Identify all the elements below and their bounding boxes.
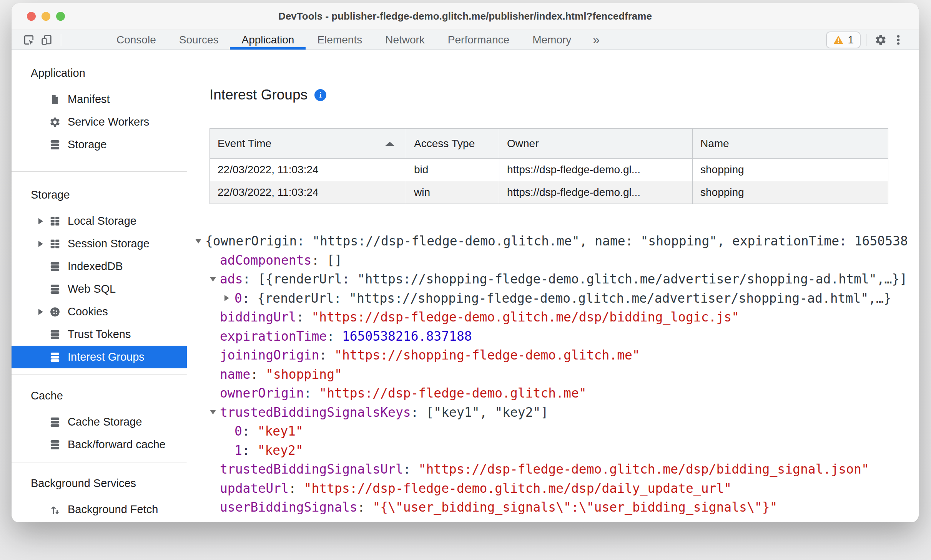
close-window-button[interactable]: [27, 12, 36, 21]
column-header-owner[interactable]: Owner: [499, 129, 693, 159]
column-header-access-type[interactable]: Access Type: [406, 129, 499, 159]
sidebar-item-cookies[interactable]: Cookies: [12, 300, 187, 323]
issues-badge[interactable]: 1: [826, 31, 861, 48]
sidebar-item-cache-storage[interactable]: Cache Storage: [12, 411, 187, 433]
device-toolbar-icon[interactable]: [38, 31, 55, 49]
more-tabs-icon[interactable]: »: [583, 33, 610, 47]
tree-row[interactable]: ownerOrigin: "https://dsp-fledge-demo.gl…: [187, 384, 919, 403]
tab-performance[interactable]: Performance: [436, 30, 521, 50]
table-row[interactable]: 22/03/2022, 11:03:24bidhttps://dsp-fledg…: [210, 159, 888, 181]
sidebar-section-title: Storage: [31, 189, 187, 201]
tree-plain: : [{renderUrl: "https://shopping-fledge-…: [243, 272, 908, 287]
tree-string: "https://dsp-fledge-demo.glitch.me": [319, 386, 586, 401]
interest-group-json-tree: {ownerOrigin: "https://dsp-fledge-demo.g…: [187, 232, 919, 517]
sidebar-section-background-services: Background ServicesBackground Fetch: [12, 462, 187, 522]
tree-key: trustedBiddingSignalsUrl: [220, 462, 403, 477]
sidebar-item-label: Web SQL: [68, 283, 116, 295]
tree-key: expirationTime: [220, 329, 327, 344]
tree-row[interactable]: 0: {renderUrl: "https://shopping-fledge-…: [187, 289, 919, 308]
tree-row[interactable]: ads: [{renderUrl: "https://shopping-fled…: [187, 270, 919, 289]
toolbar-separator: [61, 34, 61, 46]
expand-triangle-icon[interactable]: [38, 241, 48, 247]
tree-row[interactable]: 0: "key1": [187, 422, 919, 441]
sidebar-item-local-storage[interactable]: Local Storage: [12, 210, 187, 232]
inspect-element-icon[interactable]: [20, 31, 38, 49]
tree-key: userBiddingSignals: [220, 500, 357, 515]
tree-row[interactable]: userBiddingSignals: "{\"user_bidding_sig…: [187, 498, 919, 517]
tree-row[interactable]: name: "shopping": [187, 365, 919, 384]
table-cell: https://dsp-fledge-demo.gl...: [499, 159, 693, 181]
tree-key: ownerOrigin: [220, 386, 304, 401]
tree-string: "{\"user_bidding_signals\":\"user_biddin…: [372, 500, 777, 515]
collapse-triangle-icon[interactable]: [210, 277, 220, 282]
window-titlebar: DevTools - publisher-fledge-demo.glitch.…: [12, 3, 919, 30]
sidebar-item-service-workers[interactable]: Service Workers: [12, 111, 187, 133]
database-icon: [48, 328, 62, 341]
tree-key: name: [220, 367, 250, 382]
minimize-window-button[interactable]: [42, 12, 50, 21]
tree-row[interactable]: joiningOrigin: "https://shopping-fledge-…: [187, 346, 919, 365]
sidebar-section-title: Cache: [31, 389, 187, 402]
tree-row[interactable]: 1: "key2": [187, 441, 919, 460]
tree-plain: : {renderUrl: "https://shopping-fledge-d…: [242, 291, 891, 306]
sidebar-item-label: Interest Groups: [68, 351, 145, 363]
sidebar-item-indexeddb[interactable]: IndexedDB: [12, 255, 187, 278]
tree-row[interactable]: {ownerOrigin: "https://dsp-fledge-demo.g…: [187, 232, 919, 251]
tree-plain: :: [250, 367, 266, 382]
collapse-triangle-icon[interactable]: [210, 410, 220, 414]
collapse-triangle-icon[interactable]: [195, 239, 205, 244]
tree-row[interactable]: biddingUrl: "https://dsp-fledge-demo.gli…: [187, 308, 919, 327]
tab-network[interactable]: Network: [374, 30, 436, 50]
sidebar-item-label: Service Workers: [68, 116, 149, 128]
settings-gear-icon[interactable]: [872, 31, 889, 49]
toolbar-right-controls: 1: [826, 31, 919, 49]
table-cell: win: [406, 181, 499, 204]
database-icon: [48, 138, 62, 151]
table-row[interactable]: 22/03/2022, 11:03:24winhttps://dsp-fledg…: [210, 181, 888, 204]
sidebar-item-manifest[interactable]: Manifest: [12, 88, 187, 111]
sidebar-item-trust-tokens[interactable]: Trust Tokens: [12, 323, 187, 346]
tab-elements[interactable]: Elements: [306, 30, 374, 50]
devtools-toolbar: ConsoleSourcesApplicationElementsNetwork…: [12, 30, 919, 50]
sidebar-item-background-fetch[interactable]: Background Fetch: [12, 498, 187, 521]
tab-sources[interactable]: Sources: [168, 30, 230, 50]
tab-console[interactable]: Console: [105, 30, 168, 50]
sort-ascending-icon[interactable]: [385, 142, 394, 146]
expand-triangle-icon[interactable]: [38, 218, 48, 224]
sidebar-item-label: Back/forward cache: [68, 438, 166, 451]
tree-string: "key2": [258, 443, 303, 458]
tree-plain: :: [304, 386, 319, 401]
sidebar-item-interest-groups[interactable]: Interest Groups: [12, 346, 187, 368]
interest-groups-table: Event TimeAccess TypeOwnerName22/03/2022…: [209, 128, 888, 204]
gear-icon: [48, 116, 62, 129]
tree-row[interactable]: adComponents: []: [187, 251, 919, 270]
info-icon[interactable]: i: [314, 89, 326, 101]
column-header-name[interactable]: Name: [693, 129, 888, 159]
more-options-icon[interactable]: [889, 31, 907, 49]
tree-string: "https://dsp-fledge-demo.glitch.me/dsp/d…: [304, 481, 732, 496]
table-cell: https://dsp-fledge-demo.gl...: [499, 181, 693, 204]
sidebar-item-session-storage[interactable]: Session Storage: [12, 232, 187, 255]
expand-triangle-icon[interactable]: [224, 295, 234, 301]
tree-row[interactable]: trustedBiddingSignalsKeys: ["key1", "key…: [187, 403, 919, 422]
cookie-icon: [48, 305, 62, 318]
column-header-event-time[interactable]: Event Time: [210, 129, 406, 159]
tree-row[interactable]: expirationTime: 1650538216.837188: [187, 327, 919, 346]
sidebar-item-label: Trust Tokens: [68, 328, 131, 341]
fullscreen-window-button[interactable]: [56, 12, 65, 21]
tree-plain: :: [296, 310, 312, 325]
sidebar-item-storage[interactable]: Storage: [12, 133, 187, 156]
tab-application[interactable]: Application: [230, 30, 306, 50]
sidebar-item-label: Session Storage: [68, 237, 150, 250]
tree-key: ads: [220, 272, 243, 287]
tree-row[interactable]: updateUrl: "https://dsp-fledge-demo.glit…: [187, 479, 919, 498]
table-icon: [48, 215, 62, 228]
table-cell: bid: [406, 159, 499, 181]
tab-memory[interactable]: Memory: [521, 30, 583, 50]
sidebar-item-web-sql[interactable]: Web SQL: [12, 278, 187, 300]
sidebar-item-label: Cache Storage: [68, 416, 142, 428]
application-sidebar: ApplicationManifestService WorkersStorag…: [12, 50, 187, 522]
expand-triangle-icon[interactable]: [38, 309, 48, 315]
tree-row[interactable]: trustedBiddingSignalsUrl: "https://dsp-f…: [187, 460, 919, 479]
sidebar-item-back-forward-cache[interactable]: Back/forward cache: [12, 433, 187, 456]
